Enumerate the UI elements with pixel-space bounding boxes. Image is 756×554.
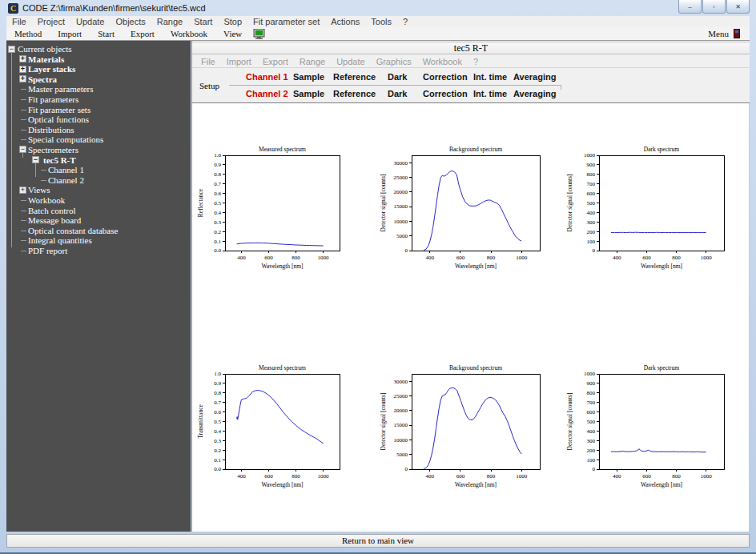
- menu-stop[interactable]: Stop: [218, 17, 247, 26]
- x-tick-label: 800: [292, 473, 300, 480]
- setup-averaging-button[interactable]: Averaging: [513, 89, 556, 98]
- menu-objects[interactable]: Objects: [110, 17, 151, 26]
- tree-item-fit-parameter-sets[interactable]: Fit parameter sets: [6, 105, 191, 115]
- menu-start[interactable]: Start: [188, 17, 218, 26]
- tree-item-label: Channel 2: [48, 175, 84, 185]
- tree-item-spectra[interactable]: +Spectra: [6, 74, 191, 85]
- setup-int-time-button[interactable]: Int. time: [473, 72, 507, 82]
- chart-background-spectrum-1: 4006008001000050001000015000200002500030…: [379, 144, 549, 271]
- menu-button[interactable]: Menu: [708, 29, 729, 38]
- y-tick-label: 700: [587, 399, 596, 406]
- y-tick-label: 0.9: [214, 162, 221, 168]
- panel-menu-export[interactable]: Export: [257, 57, 294, 66]
- tree-item-optical-constant-database[interactable]: Optical constant database: [6, 226, 191, 236]
- menu-fit-parameter-set[interactable]: Fit parameter set: [247, 17, 325, 26]
- menu-actions[interactable]: Actions: [325, 17, 365, 26]
- tree-item-special-computations[interactable]: Special computations: [6, 134, 191, 145]
- setup-correction-button[interactable]: Correction: [423, 89, 468, 98]
- x-tick-label: 800: [487, 473, 496, 480]
- tree-item-fit-parameters[interactable]: Fit parameters: [6, 94, 191, 105]
- chart-title: Dark spectrum: [644, 364, 680, 371]
- tree-branch-line: [21, 99, 26, 100]
- panel-menu-file[interactable]: File: [195, 57, 221, 66]
- tree-item-label: Master parameters: [28, 84, 94, 94]
- minimize-icon[interactable]: –: [678, 0, 702, 14]
- menu-device-icon[interactable]: [734, 29, 740, 38]
- tree-expand-icon[interactable]: +: [19, 66, 26, 73]
- panel-menu-workbook[interactable]: Workbook: [417, 57, 468, 66]
- panel-menu-graphics[interactable]: Graphics: [371, 57, 417, 66]
- menu-file[interactable]: File: [6, 17, 32, 26]
- toolbar-method-button[interactable]: Method: [6, 29, 50, 38]
- setup-dark-button[interactable]: Dark: [388, 89, 407, 98]
- y-tick-label: 300: [587, 438, 596, 444]
- setup-correction-button[interactable]: Correction: [423, 72, 468, 82]
- tree-item-workbook[interactable]: Workbook: [6, 195, 191, 206]
- tree-item-channel-2[interactable]: Channel 2: [6, 175, 191, 186]
- tree-item-label: Batch control: [28, 206, 76, 215]
- panel-menu-import[interactable]: Import: [221, 57, 257, 66]
- menu-project[interactable]: Project: [32, 17, 70, 26]
- tree-item-optical-functions[interactable]: Optical functions: [6, 114, 191, 125]
- setup-dark-button[interactable]: Dark: [388, 72, 407, 82]
- setup-sample-button[interactable]: Sample: [293, 89, 324, 98]
- tree-expand-icon[interactable]: +: [19, 75, 26, 82]
- menu-range[interactable]: Range: [151, 17, 188, 26]
- panel-menu-range[interactable]: Range: [294, 57, 331, 66]
- tree-item-pdf-report[interactable]: PDF report: [6, 246, 191, 256]
- toolbar-import-button[interactable]: Import: [50, 29, 90, 38]
- tree-item-integral-quantities[interactable]: Integral quantities: [6, 235, 191, 246]
- window-title: CODE Z:\firma\Kunden\firmen\sekurit\tec5…: [22, 3, 206, 13]
- panel-menu-help[interactable]: ?: [468, 57, 484, 66]
- tree-item-master-parameters[interactable]: Master parameters: [6, 84, 191, 94]
- setup-sample-button[interactable]: Sample: [293, 72, 324, 82]
- maximize-icon[interactable]: ▫: [702, 0, 726, 14]
- tree-item-distributions[interactable]: Distributions: [6, 125, 191, 135]
- tree-collapse-icon[interactable]: −: [8, 46, 15, 53]
- toolbar-start-button[interactable]: Start: [90, 29, 123, 38]
- toolbar-export-button[interactable]: Export: [123, 29, 163, 38]
- y-tick-label: 10000: [394, 437, 408, 444]
- y-tick-label: 800: [587, 171, 596, 178]
- y-tick-label: 0.1: [214, 239, 221, 245]
- chart-title: Background spectrum: [449, 146, 502, 153]
- x-axis-label: Wavelength [nm]: [455, 263, 497, 270]
- tree-item-channel-1[interactable]: Channel 1: [6, 165, 191, 175]
- x-tick-label: 800: [672, 473, 681, 480]
- menu-tools[interactable]: Tools: [365, 17, 397, 26]
- tree-item-materials[interactable]: +Materials: [6, 54, 191, 65]
- setup-reference-button[interactable]: Reference: [333, 89, 376, 98]
- tree-item-views[interactable]: +Views: [6, 185, 191, 195]
- menu-update[interactable]: Update: [70, 17, 110, 26]
- y-tick-label: 0.5: [214, 419, 221, 425]
- tree-item-batch-control[interactable]: Batch control: [6, 206, 191, 216]
- tree-expand-icon[interactable]: +: [19, 187, 26, 194]
- tree-collapse-icon[interactable]: −: [19, 146, 26, 153]
- tree-branch-line: [21, 119, 26, 120]
- x-axis-label: Wavelength [nm]: [641, 263, 682, 270]
- tree-collapse-icon[interactable]: −: [32, 156, 39, 163]
- menu-help[interactable]: ?: [397, 17, 413, 26]
- close-icon[interactable]: ✕: [726, 0, 750, 14]
- setup-int-time-button[interactable]: Int. time: [473, 89, 507, 98]
- tree-item-label: Fit parameter sets: [28, 105, 90, 114]
- setup-averaging-button[interactable]: Averaging: [513, 72, 556, 82]
- tree-item-message-board[interactable]: Message board: [6, 215, 191, 226]
- tree-item-tec5-r-t[interactable]: −tec5 R-T: [6, 155, 191, 166]
- tree-item-spectrometers[interactable]: −Spectrometers: [6, 145, 191, 155]
- return-to-main-view-button[interactable]: Return to main view: [6, 534, 750, 548]
- tree-item-label: Layer stacks: [28, 64, 75, 74]
- tree-expand-icon[interactable]: +: [19, 55, 26, 62]
- x-tick-label: 400: [613, 473, 621, 480]
- y-tick-label: 1.0: [214, 371, 221, 377]
- setup-reference-button[interactable]: Reference: [333, 72, 376, 82]
- panel-menu-update[interactable]: Update: [331, 57, 370, 66]
- x-tick-label: 600: [264, 473, 273, 480]
- monitor-icon[interactable]: [253, 29, 265, 39]
- tree-item-current-objects[interactable]: −Current objects: [6, 44, 191, 54]
- menubar: FileProjectUpdateObjectsRangeStartStopFi…: [6, 16, 750, 27]
- tree-item-layer-stacks[interactable]: +Layer stacks: [6, 64, 191, 74]
- toolbar-view-button[interactable]: View: [215, 29, 250, 38]
- x-tick-label: 600: [642, 473, 651, 480]
- toolbar-workbook-button[interactable]: Workbook: [163, 29, 215, 38]
